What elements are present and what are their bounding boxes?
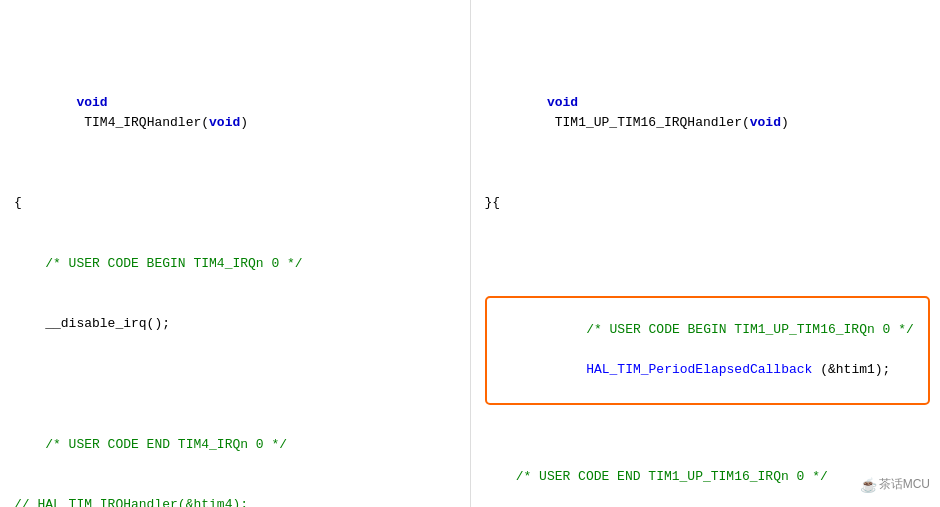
right-code: void TIM1_UP_TIM16_IRQHandler(void) }{ /… (485, 12, 931, 507)
line: void TIM4_IRQHandler(void) (14, 72, 460, 153)
line: __disable_irq(); (14, 314, 460, 334)
main-container: void TIM4_IRQHandler(void) { /* USER COD… (0, 0, 940, 507)
right-panel: void TIM1_UP_TIM16_IRQHandler(void) }{ /… (471, 0, 941, 507)
line: /* USER CODE BEGIN TIM4_IRQn 0 */ (14, 254, 460, 274)
line: /* USER CODE END TIM4_IRQn 0 */ (14, 435, 460, 455)
highlight-block-1: /* USER CODE BEGIN TIM1_UP_TIM16_IRQn 0 … (485, 296, 931, 405)
line: void TIM1_UP_TIM16_IRQHandler(void) (485, 72, 931, 153)
watermark: ☕ 茶话MCU (860, 476, 930, 493)
line: // HAL_TIM_IRQHandler(&htim4); (14, 495, 460, 507)
left-panel: void TIM4_IRQHandler(void) { /* USER COD… (0, 0, 471, 507)
line (14, 375, 460, 395)
left-code: void TIM4_IRQHandler(void) { /* USER COD… (14, 12, 460, 507)
line: }{ (485, 193, 931, 213)
line: { (14, 193, 460, 213)
